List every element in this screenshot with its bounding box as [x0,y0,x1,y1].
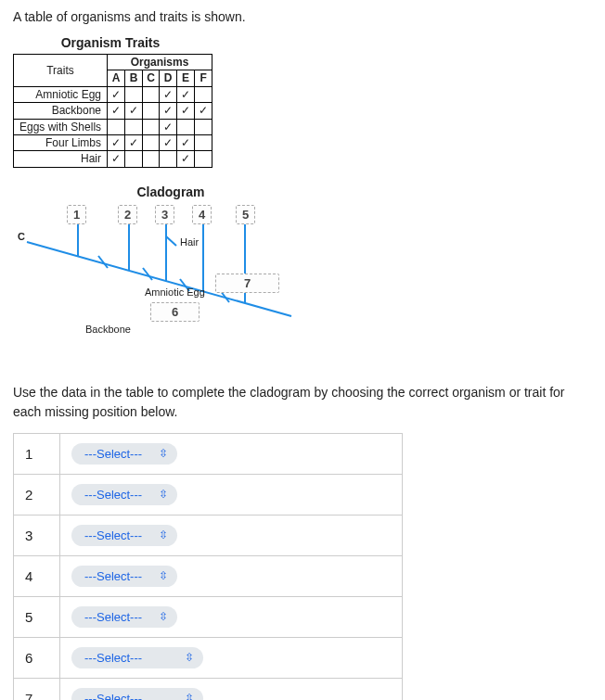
cell [195,119,212,134]
cladogram-title: Cladogram [13,185,328,199]
row-num: 5 [14,596,60,637]
row-num: 6 [14,637,60,678]
table-row: Four Limbs ✓ ✓ ✓ ✓ [14,134,212,150]
clado-box-2[interactable]: 2 [118,205,137,224]
traits-header: Traits [14,55,108,87]
caret-icon: ⇳ [159,448,168,459]
cell: ✓ [108,134,125,150]
cell [160,151,177,167]
select-1[interactable]: ---Select--- ⇳ [71,443,177,465]
table-row: Hair ✓ ✓ [14,151,212,167]
cell: ✓ [160,134,177,150]
cell [195,86,212,102]
cell [143,151,160,167]
trait-label: Eggs with Shells [14,119,108,134]
select-text: ---Select--- [84,447,142,461]
row-num: 2 [14,474,60,515]
table-row: Backbone ✓ ✓ ✓ ✓ ✓ [14,103,212,119]
cell [143,103,160,119]
caret-icon: ⇳ [159,570,168,581]
table-row: Eggs with Shells ✓ [14,119,212,134]
instructions: Use the data in the table to complete th… [13,383,592,422]
clado-box-4[interactable]: 4 [192,205,212,224]
traits-title: Organism Traits [13,35,208,50]
cell [125,119,143,134]
org-col-b: B [125,70,143,86]
cell: ✓ [160,103,177,119]
trait-label: Amniotic Egg [14,86,108,102]
intro-text: A table of organisms and traits is shown… [13,9,592,24]
select-text: ---Select--- [84,528,142,542]
row-num: 7 [14,678,60,700]
caret-icon: ⇳ [159,529,168,541]
row-num: 3 [14,515,60,555]
caret-icon: ⇳ [185,652,194,663]
select-6[interactable]: ---Select--- ⇳ [71,647,203,668]
table-row: 3 ---Select--- ⇳ [14,515,403,555]
traits-table: Traits Organisms A B C D E F Amniotic Eg… [13,54,212,168]
table-row: Amniotic Egg ✓ ✓ ✓ [14,86,212,102]
cladogram: Cladogram C 1 2 3 4 5 Hair Amniotic [13,185,328,363]
table-row: 6 ---Select--- ⇳ [14,637,403,678]
select-text: ---Select--- [84,569,142,583]
org-col-c: C [143,70,160,86]
cell [108,119,125,134]
select-text: ---Select--- [84,692,142,700]
cell: ✓ [108,103,125,119]
cell: ✓ [177,103,195,119]
select-text: ---Select--- [84,610,142,624]
organisms-header: Organisms [108,55,212,70]
cell: ✓ [108,86,125,102]
table-row: 1 ---Select--- ⇳ [14,433,403,474]
backbone-label: Backbone [85,324,131,335]
cell: ✓ [160,119,177,134]
cell [177,119,195,134]
row-num: 1 [14,433,60,474]
hair-label: Hair [180,236,199,248]
cell: ✓ [108,151,125,167]
cell [143,134,160,150]
cell: ✓ [125,134,143,150]
clado-box-5[interactable]: 5 [236,205,255,224]
select-text: ---Select--- [84,651,142,665]
cell [195,134,212,150]
org-col-e: E [177,70,195,86]
select-5[interactable]: ---Select--- ⇳ [71,606,177,628]
select-3[interactable]: ---Select--- ⇳ [71,525,177,546]
clado-box-6[interactable]: 6 [150,302,200,322]
cell: ✓ [125,103,143,119]
cell: ✓ [177,151,195,167]
clado-box-7[interactable]: 7 [215,274,279,293]
row-num: 4 [14,555,60,596]
trait-label: Four Limbs [14,134,108,150]
org-col-a: A [108,70,125,86]
cell [125,86,143,102]
root-label: C [18,231,25,242]
table-row: 4 ---Select--- ⇳ [14,555,403,596]
caret-icon: ⇳ [159,611,168,622]
answer-table: 1 ---Select--- ⇳ 2 ---Select--- ⇳ 3 ---S… [13,433,403,700]
org-col-d: D [160,70,177,86]
cell: ✓ [160,86,177,102]
cell [125,151,143,167]
trait-label: Hair [14,151,108,167]
cell [143,86,160,102]
trait-label: Backbone [14,103,108,119]
select-2[interactable]: ---Select--- ⇳ [71,484,177,505]
cell: ✓ [177,134,195,150]
clado-box-1[interactable]: 1 [67,205,86,224]
table-row: 2 ---Select--- ⇳ [14,474,403,515]
cell [143,119,160,134]
amniotic-egg-label: Amniotic Egg [145,286,205,298]
caret-icon: ⇳ [185,693,194,700]
table-row: 5 ---Select--- ⇳ [14,596,403,637]
select-text: ---Select--- [84,488,142,502]
cell: ✓ [177,86,195,102]
select-7[interactable]: ---Select--- ⇳ [71,688,203,700]
select-4[interactable]: ---Select--- ⇳ [71,566,177,587]
cell: ✓ [195,103,212,119]
caret-icon: ⇳ [159,489,168,500]
clado-box-3[interactable]: 3 [155,205,174,224]
cell [195,151,212,167]
svg-line-10 [166,236,176,246]
